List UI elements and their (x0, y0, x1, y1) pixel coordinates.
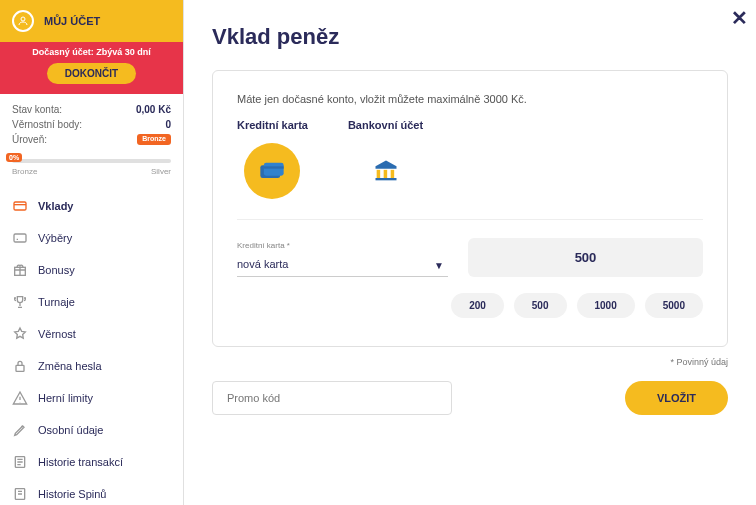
card-select-label: Kreditní karta * (237, 241, 448, 250)
points-value: 0 (165, 119, 171, 130)
gift-icon (12, 262, 28, 278)
card-select-field: Kreditní karta * nová karta ▼ (237, 241, 448, 277)
main-content: ✕ Vklad peněz Máte jen dočasné konto, vl… (184, 0, 756, 505)
sidebar-item-zmena-hesla[interactable]: Změna hesla (0, 350, 183, 382)
account-title: MŮJ ÚČET (44, 15, 100, 27)
sidebar-item-historie-transakci[interactable]: Historie transakcí (0, 446, 183, 478)
svg-rect-10 (264, 163, 284, 176)
level-label: Úroveň: (12, 134, 47, 145)
sidebar-item-label: Herní limity (38, 392, 93, 404)
sidebar-item-label: Bonusy (38, 264, 75, 276)
sidebar-item-label: Historie Spinů (38, 488, 106, 500)
tier-left: Bronze (12, 167, 37, 176)
finish-button[interactable]: DOKONČIT (47, 63, 136, 84)
amount-input[interactable] (468, 238, 703, 277)
lock-icon (12, 358, 28, 374)
temp-account-banner: Dočasný účet: Zbývá 30 dní DOKONČIT (0, 42, 183, 94)
deposit-notice: Máte jen dočasné konto, vložit můžete ma… (237, 93, 703, 105)
svg-rect-2 (14, 234, 26, 242)
sidebar-item-vklady[interactable]: Vklady (0, 190, 183, 222)
star-icon (12, 326, 28, 342)
withdraw-icon (12, 230, 28, 246)
method-credit-card[interactable]: Kreditní karta (237, 119, 308, 199)
sidebar-item-historie-spinu[interactable]: Historie Spinů (0, 478, 183, 505)
required-note: * Povinný údaj (212, 357, 728, 367)
preset-5000[interactable]: 5000 (645, 293, 703, 318)
page-title: Vklad peněz (212, 24, 728, 50)
tier-right: Silver (151, 167, 171, 176)
warning-icon (12, 390, 28, 406)
svg-rect-11 (264, 166, 284, 168)
sidebar-item-herni-limity[interactable]: Herní limity (0, 382, 183, 414)
method-label: Kreditní karta (237, 119, 308, 131)
sidebar-nav: Vklady Výběry Bonusy Turnaje Věrnost Změ… (0, 186, 183, 505)
close-icon[interactable]: ✕ (731, 6, 748, 30)
deposit-form-row: Kreditní karta * nová karta ▼ (237, 238, 703, 277)
amount-presets: 200 500 1000 5000 (237, 293, 703, 318)
method-bank-account[interactable]: Bankovní účet (348, 119, 423, 199)
account-header: MŮJ ÚČET (0, 0, 183, 42)
sidebar-item-label: Vklady (38, 200, 73, 212)
balance-label: Stav konta: (12, 104, 62, 115)
level-badge: Bronze (137, 134, 171, 145)
svg-rect-14 (390, 170, 394, 178)
account-stats: Stav konta: 0,00 Kč Věrnostní body: 0 Úr… (0, 94, 183, 155)
pencil-icon (12, 422, 28, 438)
svg-rect-13 (383, 170, 387, 178)
sidebar-item-vernost[interactable]: Věrnost (0, 318, 183, 350)
sidebar-item-label: Změna hesla (38, 360, 102, 372)
promo-input[interactable] (212, 381, 452, 415)
sidebar-item-label: Výběry (38, 232, 72, 244)
sidebar-item-label: Věrnost (38, 328, 76, 340)
points-label: Věrnostní body: (12, 119, 82, 130)
sidebar-item-label: Turnaje (38, 296, 75, 308)
method-label: Bankovní účet (348, 119, 423, 131)
preset-200[interactable]: 200 (451, 293, 504, 318)
payment-methods: Kreditní karta Bankovní účet (237, 119, 703, 220)
sidebar-item-turnaje[interactable]: Turnaje (0, 286, 183, 318)
svg-point-0 (21, 17, 25, 21)
svg-rect-1 (14, 202, 26, 210)
sidebar-item-label: Osobní údaje (38, 424, 103, 436)
sidebar-item-osobni-udaje[interactable]: Osobní údaje (0, 414, 183, 446)
preset-500[interactable]: 500 (514, 293, 567, 318)
svg-rect-15 (375, 178, 396, 180)
avatar-icon (12, 10, 34, 32)
sidebar-item-vybery[interactable]: Výběry (0, 222, 183, 254)
deposit-icon (12, 198, 28, 214)
balance-value: 0,00 Kč (136, 104, 171, 115)
spins-icon (12, 486, 28, 502)
submit-button[interactable]: VLOŽIT (625, 381, 728, 415)
bank-icon (358, 143, 414, 199)
sidebar-item-bonusy[interactable]: Bonusy (0, 254, 183, 286)
preset-1000[interactable]: 1000 (577, 293, 635, 318)
svg-rect-12 (376, 170, 380, 178)
bottom-row: VLOŽIT (212, 381, 728, 415)
history-icon (12, 454, 28, 470)
sidebar: MŮJ ÚČET Dočasný účet: Zbývá 30 dní DOKO… (0, 0, 184, 505)
deposit-card: Máte jen dočasné konto, vložit můžete ma… (212, 70, 728, 347)
svg-rect-4 (16, 365, 24, 371)
sidebar-item-label: Historie transakcí (38, 456, 123, 468)
tier-marker: 0% (6, 153, 22, 162)
tier-progress: 0% Bronze Silver (0, 155, 183, 186)
trophy-icon (12, 294, 28, 310)
temp-account-text: Dočasný účet: Zbývá 30 dní (0, 47, 183, 57)
card-icon (244, 143, 300, 199)
card-select[interactable]: nová karta (237, 252, 448, 277)
